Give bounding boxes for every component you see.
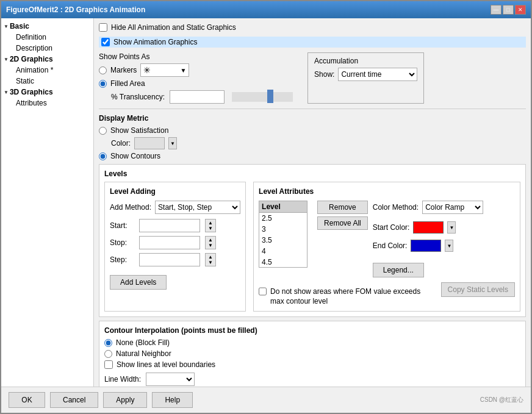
start-spinner[interactable]: ▲ ▼ [205,219,216,232]
minimize-button[interactable]: — [491,5,501,15]
list-item[interactable]: 3 [259,224,307,235]
copy-static-levels-button[interactable]: Copy Static Levels [441,282,515,297]
hide-all-label: Hide All Animation and Static Graphics [111,23,236,32]
sidebar-group-basic[interactable]: ▼ Basic [1,21,93,32]
remove-all-button[interactable]: Remove All [317,216,368,230]
close-button[interactable]: ✕ [515,5,526,15]
end-color-swatch[interactable] [411,240,441,252]
window-controls: — □ ✕ [491,5,526,15]
color-method-row: Color Method: Color Ramp [373,201,483,214]
show-label: Show: [314,70,334,79]
show-satisfaction-radio[interactable] [99,127,107,135]
list-item[interactable]: 3.5 [259,235,307,246]
sidebar-group-2dgraphics[interactable]: ▼ 2D Graphics [1,54,93,65]
content-area: Hide All Animation and Static Graphics S… [94,18,531,387]
level-attributes-box: Level Attributes Level 2.5 3 3.5 4 4.5 [253,182,520,312]
start-label: Start: [110,221,134,230]
show-satisfaction-label: Show Satisfaction [110,126,168,135]
points-accum-row: Show Points As Markers ✳ ▼ Filled Area [99,52,526,104]
start-color-row: Start Color: ▼ [373,221,456,234]
color-row: Color: ▼ [111,137,526,149]
color-label: Color: [111,139,131,148]
fom-checkbox-row: Do not show areas where FOM value exceed… [259,287,434,306]
markers-row: Markers ✳ ▼ [99,63,295,77]
sidebar-item-animation[interactable]: Animation * [1,65,93,76]
step-input[interactable]: 0.5 [139,253,200,266]
display-metric-label: Display Metric [99,114,526,123]
translucency-input[interactable]: 70.000000 [170,90,225,104]
start-color-label: Start Color: [373,223,410,232]
start-color-dropdown[interactable]: ▼ [447,221,456,234]
filled-area-radio[interactable] [99,80,107,88]
translucency-label: % Translucency: [111,93,165,101]
step-spinner[interactable]: ▲ ▼ [205,253,216,266]
sidebar-item-description[interactable]: Description [1,43,93,54]
stop-input[interactable]: 5 [139,236,200,249]
color-method-select[interactable]: Color Ramp [422,201,483,214]
legend-button[interactable]: Legend... [373,263,424,277]
stop-spinner[interactable]: ▲ ▼ [205,236,216,249]
apply-button[interactable]: Apply [103,392,147,408]
filled-area-label: Filled Area [110,79,145,88]
sidebar-item-attributes[interactable]: Attributes [1,98,93,109]
expand-icon-2d: ▼ [4,57,9,62]
main-area: ▼ Basic Definition Description ▼ 2D Grap… [1,18,531,387]
list-item[interactable]: 4 [259,246,307,257]
natural-neighbor-row: Natural Neighbor [104,349,520,358]
add-method-row: Add Method: Start, Stop, Step [110,201,240,214]
translucency-slider[interactable] [232,92,293,102]
color-attrs-section: Color Method: Color Ramp Start Color: ▼ [373,201,483,277]
display-metric-section: Display Metric Show Satisfaction Color: … [99,114,526,160]
show-contours-row: Show Contours [99,152,526,160]
line-width-select[interactable] [146,373,195,386]
none-block-fill-radio[interactable] [104,339,112,347]
markers-radio[interactable] [99,66,107,74]
marker-dropdown[interactable]: ✳ ▼ [140,63,189,77]
natural-neighbor-radio[interactable] [104,350,112,358]
expand-icon-3d: ▼ [4,90,9,95]
list-item[interactable]: 2.5 [259,213,307,224]
ok-button[interactable]: OK [9,392,45,408]
bottom-buttons: OK Cancel Apply Help [9,392,193,408]
hide-all-checkbox[interactable] [99,23,107,32]
remove-button[interactable]: Remove [317,201,368,214]
start-color-swatch[interactable] [413,221,444,234]
start-input[interactable]: 0 [139,219,200,232]
marker-dropdown-arrow: ▼ [180,67,186,74]
color-input[interactable] [134,137,165,149]
show-contours-radio[interactable] [99,152,107,160]
show-lines-checkbox[interactable] [104,360,113,369]
cancel-button[interactable]: Cancel [50,392,98,408]
end-color-dropdown[interactable]: ▼ [445,240,453,252]
level-list[interactable]: Level 2.5 3 3.5 4 4.5 5 [259,201,307,268]
spinner-up3: ▲ [208,254,213,260]
hide-all-row: Hide All Animation and Static Graphics [99,23,526,32]
slider-thumb[interactable] [267,90,273,103]
help-button[interactable]: Help [152,392,193,408]
contour-interp-section: Contour Interpolation (points must be fi… [99,321,526,387]
level-adding-box: Level Adding Add Method: Start, Stop, St… [104,182,246,312]
accumulation-select[interactable]: Current time All times [338,68,417,81]
translucency-row: % Translucency: 70.000000 [111,90,295,104]
add-method-select[interactable]: Start, Stop, Step [155,201,240,214]
sidebar-item-definition[interactable]: Definition [1,32,93,43]
show-anim-checkbox[interactable] [101,38,110,46]
show-anim-row: Show Animation Graphics [99,37,526,48]
fom-checkbox[interactable] [259,287,267,296]
main-window: FigureOfMerit2 : 2D Graphics Animation —… [0,0,532,414]
natural-neighbor-label: Natural Neighbor [116,349,171,358]
end-color-row: End Color: ▼ [373,240,454,252]
remove-buttons: Remove Remove All [317,201,368,277]
none-block-fill-row: None (Block Fill) [104,338,520,347]
spinner-up2: ▲ [208,237,213,243]
sidebar-group-3dgraphics[interactable]: ▼ 3D Graphics [1,87,93,98]
fom-copy-row: Do not show areas where FOM value exceed… [259,282,515,306]
color-dropdown[interactable]: ▼ [168,137,177,149]
sidebar-item-static[interactable]: Static [1,76,93,87]
list-item[interactable]: 4.5 [259,257,307,268]
level-attrs-inner: Level 2.5 3 3.5 4 4.5 5 Remov [259,201,515,277]
show-points-section: Show Points As Markers ✳ ▼ Filled Area [99,52,295,104]
step-row: Step: 0.5 ▲ ▼ [110,253,240,266]
add-levels-button[interactable]: Add Levels [110,275,167,290]
maximize-button[interactable]: □ [503,5,514,15]
